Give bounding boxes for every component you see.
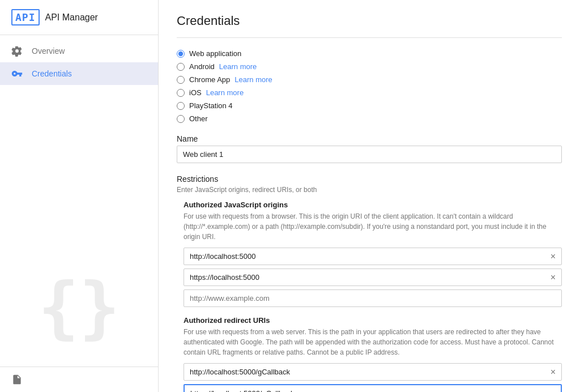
js-origin-remove-1[interactable]: × bbox=[545, 271, 561, 284]
chrome-app-label: Chrome App bbox=[189, 75, 230, 84]
page-title: Credentials bbox=[177, 14, 562, 38]
radio-ios: iOS Learn more bbox=[177, 88, 562, 97]
restrictions-label: Restrictions bbox=[177, 174, 562, 184]
overview-label: Overview bbox=[32, 46, 65, 56]
web-application-label: Web application bbox=[189, 49, 241, 58]
js-origin-new bbox=[184, 289, 562, 307]
redirect-uris-title: Authorized redirect URIs bbox=[184, 316, 562, 325]
main-content: Credentials Web application Android Lear… bbox=[159, 0, 580, 392]
api-logo: API bbox=[11, 9, 40, 25]
js-origins-title: Authorized JavaScript origins bbox=[184, 201, 562, 209]
js-origin-entry-0: × bbox=[184, 248, 562, 265]
settings-icon bbox=[11, 45, 23, 57]
js-origins-subsection: Authorized JavaScript origins For use wi… bbox=[177, 201, 562, 307]
name-input[interactable] bbox=[177, 146, 562, 163]
credentials-label: Credentials bbox=[32, 69, 72, 78]
android-label: Android bbox=[189, 62, 215, 71]
sidebar-watermark: {} bbox=[0, 268, 158, 347]
js-origin-input-0[interactable] bbox=[184, 248, 545, 265]
redirect-uris-subsection: Authorized redirect URIs For use with re… bbox=[177, 316, 562, 392]
android-learn-more[interactable]: Learn more bbox=[219, 62, 257, 71]
ios-radio[interactable] bbox=[177, 89, 185, 97]
app-title: API Manager bbox=[45, 12, 98, 23]
js-origin-new-input[interactable] bbox=[184, 289, 562, 307]
application-type-group: Web application Android Learn more Chrom… bbox=[177, 49, 562, 123]
redirect-uri-entry-0: × bbox=[184, 363, 562, 381]
js-origin-entry-1: × bbox=[184, 269, 562, 286]
sidebar-header: API API Manager bbox=[0, 0, 158, 35]
playstation4-label: PlayStation 4 bbox=[189, 101, 233, 110]
radio-chrome-app: Chrome App Learn more bbox=[177, 75, 562, 84]
js-origin-remove-0[interactable]: × bbox=[545, 250, 561, 263]
js-origins-desc: For use with requests from a browser. Th… bbox=[184, 211, 562, 242]
redirect-uri-active-input[interactable] bbox=[185, 385, 561, 392]
document-icon bbox=[11, 374, 147, 385]
radio-other: Other bbox=[177, 114, 562, 123]
redirect-uris-desc: For use with requests from a web server.… bbox=[184, 327, 562, 357]
playstation4-radio[interactable] bbox=[177, 102, 185, 110]
key-icon bbox=[11, 68, 23, 79]
radio-android: Android Learn more bbox=[177, 62, 562, 71]
chrome-app-radio[interactable] bbox=[177, 76, 185, 84]
restrictions-hint: Enter JavaScript origins, redirect URIs,… bbox=[177, 186, 562, 194]
radio-playstation4: PlayStation 4 bbox=[177, 101, 562, 110]
name-section: Name bbox=[177, 134, 562, 174]
sidebar-item-overview[interactable]: Overview bbox=[0, 40, 158, 62]
sidebar: API API Manager {} Overview Credentials bbox=[0, 0, 159, 392]
web-application-radio[interactable] bbox=[177, 50, 185, 58]
name-label: Name bbox=[177, 134, 562, 143]
js-origin-input-1[interactable] bbox=[184, 269, 545, 286]
ios-learn-more[interactable]: Learn more bbox=[206, 88, 244, 97]
other-label: Other bbox=[189, 114, 208, 123]
chrome-app-learn-more[interactable]: Learn more bbox=[234, 75, 272, 84]
sidebar-bottom bbox=[0, 367, 158, 392]
redirect-uri-remove-0[interactable]: × bbox=[545, 365, 561, 379]
android-radio[interactable] bbox=[177, 63, 185, 71]
redirect-uri-input-0[interactable] bbox=[184, 364, 545, 380]
sidebar-item-credentials[interactable]: Credentials bbox=[0, 62, 158, 85]
ios-label: iOS bbox=[189, 88, 202, 97]
radio-web-application: Web application bbox=[177, 49, 562, 58]
redirect-uri-active-entry bbox=[184, 384, 562, 392]
other-radio[interactable] bbox=[177, 115, 185, 123]
restrictions-section: Restrictions Enter JavaScript origins, r… bbox=[177, 174, 562, 392]
